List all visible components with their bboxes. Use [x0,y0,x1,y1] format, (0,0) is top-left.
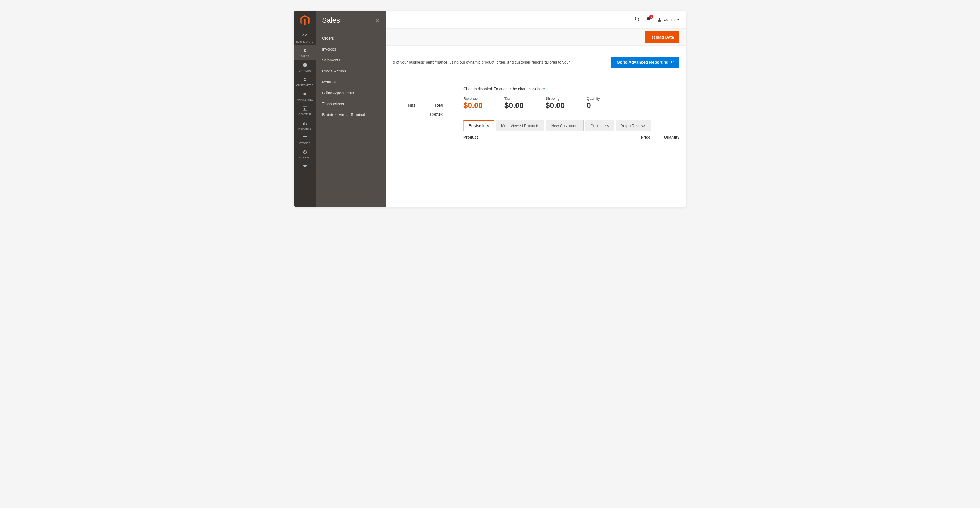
person-icon [303,76,307,83]
gear-icon [302,149,307,155]
sidebar-item-stores[interactable]: STORES [294,132,316,147]
gauge-icon [302,33,308,39]
bars-icon [302,120,307,126]
sidebar-item-system[interactable]: SYSTEM [294,147,316,161]
reload-data-button[interactable]: Reload Data [645,32,679,43]
tabs: Bestsellers Most Viewed Products New Cus… [463,120,686,131]
bestsellers-table-head: Product Price Quantity [463,131,686,140]
notifications-icon[interactable]: 1 [646,16,651,23]
svg-point-9 [304,151,306,153]
sidebar: DASHBOARD $ SALES CATALOG CUSTOMERS MARK… [294,11,316,207]
sidebar-label: CONTENT [298,113,312,116]
sidebar-divider [298,29,312,29]
tab-new-customers[interactable]: New Customers [546,120,584,131]
external-link-icon [671,61,674,64]
svg-rect-8 [306,124,307,125]
dollar-icon: $ [302,48,307,54]
stat-revenue: Revenue $0.00 [463,97,483,110]
tab-bestsellers[interactable]: Bestsellers [463,120,495,131]
chart-disabled-message: Chart is disabled. To enable the chart, … [463,87,686,91]
sidebar-label: DASHBOARD [296,40,313,43]
svg-rect-7 [305,122,305,125]
sidebar-label: REPORTS [298,127,312,130]
content: d of your business' performance, using o… [316,46,686,207]
user-dropdown[interactable]: admin ▼ [657,17,679,22]
svg-point-2 [304,78,305,79]
sidebar-item-sales[interactable]: $ SALES [294,45,316,60]
megaphone-icon [302,91,307,97]
tab-customers[interactable]: Customers [585,120,614,131]
sidebar-label: SALES [301,55,309,58]
col-product: Product [463,135,478,140]
sidebar-label: CUSTOMERS [296,84,313,87]
left-row-total: $692.80 [430,112,444,117]
tab-yotpo[interactable]: Yotpo Reviews [616,120,651,131]
stat-quantity: Quantity 0 [587,97,600,110]
svg-point-10 [635,17,638,21]
admin-window: DASHBOARD $ SALES CATALOG CUSTOMERS MARK… [294,11,686,207]
sidebar-item-dashboard[interactable]: DASHBOARD [294,31,316,45]
col-price: Price [641,135,650,140]
catalog-icon [302,62,308,68]
tab-most-viewed[interactable]: Most Viewed Products [496,120,544,131]
left-col-total: Total [434,103,443,107]
enable-chart-link[interactable]: here [537,87,545,91]
sidebar-item-customers[interactable]: CUSTOMERS [294,74,316,89]
svg-text:$: $ [304,48,306,53]
submenu-item-orders[interactable]: Orders [322,33,380,44]
search-icon[interactable] [635,16,640,23]
sidebar-label: MARKETING [297,98,313,101]
stat-shipping: Shipping $0.00 [546,97,565,110]
stats-row: Revenue $0.00 Tax $0.00 Shipping $0.00 Q… [463,97,686,110]
content-icon [302,105,307,111]
stat-tax: Tax $0.00 [504,97,523,110]
left-col-items: ems [408,103,415,107]
magento-logo[interactable] [299,14,311,27]
svg-point-12 [659,18,660,20]
store-icon [302,135,308,140]
submenu-title: Sales [322,16,340,25]
chevron-down-icon: ▼ [677,18,679,21]
sidebar-item-content[interactable]: CONTENT [294,103,316,118]
sidebar-label: SYSTEM [299,156,310,159]
button-label: Go to Advanced Reporting [617,60,668,65]
svg-rect-3 [303,106,307,110]
advanced-reporting-button[interactable]: Go to Advanced Reporting [611,57,679,68]
col-quantity: Quantity [664,135,679,140]
partners-icon [302,164,307,170]
notification-badge: 1 [649,15,653,19]
sidebar-item-catalog[interactable]: CATALOG [294,60,316,74]
sidebar-item-partners[interactable] [294,161,316,171]
sidebar-label: STORES [299,141,310,144]
sidebar-item-reports[interactable]: REPORTS [294,118,316,132]
advanced-reporting-text: d of your business' performance, using o… [393,60,570,65]
username: admin [664,17,675,22]
svg-line-11 [638,20,639,21]
user-icon [657,17,662,22]
close-icon[interactable]: ✕ [375,17,380,24]
sidebar-label: CATALOG [299,69,311,72]
sidebar-item-marketing[interactable]: MARKETING [294,89,316,103]
svg-rect-6 [303,123,304,125]
